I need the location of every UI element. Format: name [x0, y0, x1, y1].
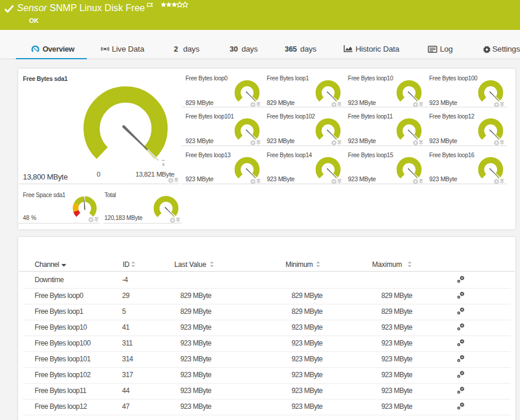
svg-text:x: x — [162, 161, 165, 167]
